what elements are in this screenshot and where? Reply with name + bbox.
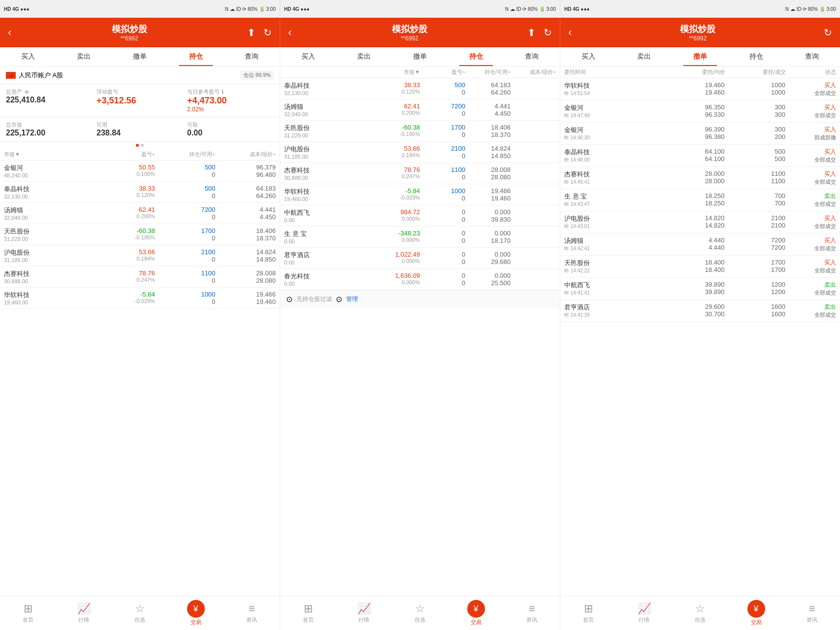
list-item[interactable]: 泰晶科技 昨 14:46:00 64.100 64.100 500 500 买入… [560,145,840,167]
list-item[interactable]: 中航西飞 0.00 984.72 0.000% 0 0 0.000 39.830 [280,205,560,227]
col-market-val-2[interactable]: 市值▼ [375,68,420,76]
stock-market-val-2: 0.00 [284,260,375,265]
stock-pl-cell-2: 984.72 0.000% [375,208,420,223]
list-item[interactable]: 天邑股份 31,229.00 -60.38 -0.195% 1700 0 18.… [280,121,560,142]
col-pl[interactable]: 盈亏÷ [95,151,155,158]
nav-1-trade[interactable]: ¥ 交易 [168,596,224,630]
tab-3-query[interactable]: 查询 [784,47,840,66]
stock-pos-cell-2: 7200 0 [420,102,465,117]
nav-1-watchlist[interactable]: ☆ 自选 [112,596,168,630]
list-item[interactable]: 汤姆猫 32,040.00 62.41 0.200% 7200 0 4.441 … [0,203,280,224]
nav-3-watchlist[interactable]: ☆ 自选 [672,596,728,630]
nav-3-market[interactable]: 📈 行情 [616,596,673,630]
nav-2-market[interactable]: 📈 行情 [336,596,392,630]
list-item[interactable]: 杰赛科技 昨 14:45:41 28.000 28.000 1100 1100 … [560,167,840,189]
list-item[interactable]: 生 意 宝 昨 14:43:47 18.250 18.250 700 700 卖… [560,189,840,211]
tab-2-query[interactable]: 查询 [504,47,560,66]
tabs-panel-1: 买入 卖出 撤单 持仓 查询 [0,47,280,66]
nav-3-home[interactable]: ⊞ 首页 [560,596,616,630]
list-item[interactable]: 杰赛科技 30,888.00 78.76 0.247% 1100 0 28.00… [280,163,560,184]
list-item[interactable]: 天邑股份 31,229.00 -60.38 -0.195% 1700 0 18.… [0,224,280,245]
tab-1-buy[interactable]: 买入 [0,47,56,66]
nav-3-news[interactable]: ≡ 资讯 [784,596,840,630]
tab-3-buy[interactable]: 买入 [560,47,616,66]
order-price2: 64.100 [665,155,724,163]
list-item[interactable]: 汤姆猫 32,040.00 62.41 0.200% 7200 0 4.441 … [280,99,560,121]
back-button-1[interactable]: ‹ [8,26,11,39]
order-type-label: 买入 [786,170,836,178]
stock-pl-pct: 0.247% [95,277,155,283]
header-title-3: 模拟炒股 **6992 [680,23,715,42]
tab-3-holdings[interactable]: 持仓 [728,47,784,66]
nav-1-market[interactable]: 📈 行情 [56,596,112,630]
list-item[interactable]: 春光科技 0.00 1,636.09 0.000% 0 0 0.000 25.5… [280,269,560,290]
status-panel-3: HD 4G ●●● N ☁ ID ⟳ 80% 🔋 3:00 [560,0,840,18]
stock-pl: -60.38 [95,227,155,234]
list-item[interactable]: 中航西飞 昨 14:41:41 39.890 39.890 1200 1200 … [560,278,840,300]
tab-2-cancel[interactable]: 撤单 [392,47,448,66]
list-item[interactable]: 金银河 48,240.00 50.55 0.100% 500 0 96.379 … [0,161,280,182]
list-item[interactable]: 天邑股份 昨 14:42:22 18.400 18.400 1700 1700 … [560,256,840,278]
order-status: 全部成交 [786,112,836,119]
order-price1: 18.250 [665,192,724,199]
list-item[interactable]: 沪电股份 昨 14:43:01 14.820 14.820 2100 2100 … [560,211,840,233]
share-icon-2[interactable]: ⬆ [527,27,536,38]
trade-label-2: 交易 [471,619,482,626]
back-button-3[interactable]: ‹ [568,26,572,39]
tab-1-sell[interactable]: 卖出 [56,47,112,66]
nav-2-news[interactable]: ≡ 资讯 [504,596,560,630]
col-cost-price[interactable]: 成本/现价÷ [215,151,276,158]
stock-pl-pct: -0.195% [95,234,155,240]
refresh-icon-2[interactable]: ↻ [544,27,552,38]
col-pl-2[interactable]: 盈亏÷ [420,68,465,76]
list-item[interactable]: 华软科技 昨 14:51:54 19.460 19.460 1000 1000 … [560,78,840,100]
stock-position: 1100 [155,269,216,277]
list-item[interactable]: 沪电股份 31,185.00 53.66 0.184% 2100 0 14.82… [280,142,560,163]
list-item[interactable]: 泰晶科技 32,130.00 38.33 0.120% 500 0 64.183… [280,78,560,99]
eye-icon[interactable]: 👁 [24,89,30,95]
list-item[interactable]: 君亨酒店 0.00 1,022.49 0.000% 0 0 0.000 29.6… [280,248,560,269]
refresh-icon-1[interactable]: ↻ [263,27,272,38]
tab-2-holdings[interactable]: 持仓 [448,47,504,66]
nav-2-home[interactable]: ⊞ 首页 [280,596,336,630]
nav-2-trade[interactable]: ¥ 交易 [448,596,504,630]
list-item[interactable]: 泰晶科技 32,130.00 38.33 0.120% 500 0 64.183… [0,182,280,203]
col-position-2[interactable]: 持仓/可用÷ [465,68,511,76]
manage-link[interactable]: 管理 [346,295,358,303]
nav-2-watchlist[interactable]: ☆ 自选 [392,596,448,630]
tab-1-cancel[interactable]: 撤单 [112,47,168,66]
nav-3-trade[interactable]: ¥ 交易 [728,596,784,630]
list-item[interactable]: 金银河 昨 14:46:30 96.390 96.380 300 200 买入 … [560,123,840,145]
refresh-icon-3[interactable]: ↻ [824,27,832,38]
stock-name-cell-2: 汤姆猫 32,040.00 [284,102,375,117]
back-button-2[interactable]: ‹ [288,26,291,39]
stock-pl-cell: 38.33 0.120% [95,185,155,199]
news-label-2: 资讯 [526,616,537,624]
nav-1-home[interactable]: ⊞ 首页 [0,596,56,630]
col-position[interactable]: 持仓/可用÷ [155,151,216,158]
stock-cost-cell: 14.824 14.850 [215,248,276,263]
nav-1-news[interactable]: ≡ 资讯 [224,596,280,630]
list-item[interactable]: 汤姆猫 昨 14:42:41 4.440 4.440 7200 7200 买入 … [560,233,840,256]
list-item[interactable]: 沪电股份 31,185.00 53.66 0.184% 2100 0 14.82… [0,245,280,266]
status-panel-1: HD 4G ●●● N ☁ ID ⟳ 80% 🔋 3:00 [0,0,280,18]
order-status: 全部成交 [786,90,836,97]
tab-3-cancel[interactable]: 撤单 [672,47,728,66]
tab-2-buy[interactable]: 买入 [280,47,336,66]
list-item[interactable]: 华软科技 19,460.00 -5.84 -0.029% 1000 0 19.4… [280,184,560,205]
tab-1-query[interactable]: 查询 [224,47,280,66]
list-item[interactable]: 君亨酒店 昨 14:41:35 29.600 30.700 1600 1600 … [560,300,840,322]
tab-3-sell[interactable]: 卖出 [616,47,673,66]
share-icon-1[interactable]: ⬆ [247,27,256,38]
account-id-1: **6992 [112,35,147,42]
stock-available-2: 0 [420,258,465,265]
tab-1-holdings[interactable]: 持仓 [168,47,224,66]
list-item[interactable]: 杰赛科技 30,888.00 78.76 0.247% 1100 0 28.00… [0,266,280,288]
tab-2-sell[interactable]: 卖出 [336,47,392,66]
col-cost-price-2[interactable]: 成本/现价÷ [511,68,556,76]
market-label-2: 行情 [358,616,369,624]
list-item[interactable]: 华软科技 19,460.00 -5.84 -0.029% 1000 0 19.4… [0,288,280,309]
list-item[interactable]: 金银河 昨 14:47:49 96.350 96.330 300 300 买入 … [560,100,840,123]
col-market-val[interactable]: 市值▼ [4,151,95,158]
list-item[interactable]: 生 意 宝 0.00 -348.23 0.000% 0 0 0.000 18.1… [280,227,560,248]
